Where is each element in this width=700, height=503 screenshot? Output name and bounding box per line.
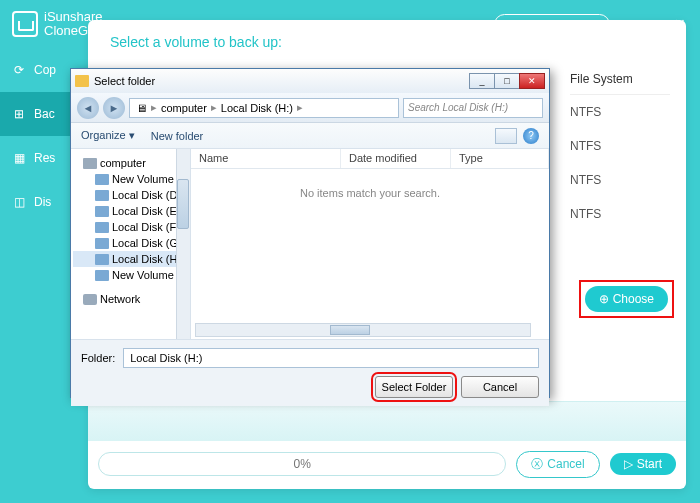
dialog-footer: Folder: Select Folder Cancel bbox=[71, 339, 549, 406]
dialog-minimize-button[interactable]: _ bbox=[469, 73, 495, 89]
start-button[interactable]: ▷ Start bbox=[610, 453, 676, 475]
col-filesystem: File System bbox=[570, 64, 670, 95]
dialog-titlebar[interactable]: Select folder _ □ ✕ bbox=[71, 69, 549, 93]
tree-computer[interactable]: computer bbox=[73, 155, 188, 171]
sidebar: ⟳ Cop ⊞ Bac ▦ Res ◫ Dis bbox=[0, 48, 72, 503]
x-circle-icon: ⓧ bbox=[531, 456, 543, 473]
help-icon[interactable]: ? bbox=[523, 128, 539, 144]
select-folder-dialog: Select folder _ □ ✕ ◄ ► 🖥 ▸ computer ▸ L… bbox=[70, 68, 550, 398]
drive-icon bbox=[95, 238, 109, 249]
play-icon: ▷ bbox=[624, 457, 633, 471]
dialog-toolbar: Organize ▾ New folder ? bbox=[71, 123, 549, 149]
col-name[interactable]: Name bbox=[191, 149, 341, 168]
view-options-button[interactable] bbox=[495, 128, 517, 144]
table-row[interactable]: NTFS bbox=[570, 197, 670, 231]
dialog-cancel-button[interactable]: Cancel bbox=[461, 376, 539, 398]
folder-label: Folder: bbox=[81, 352, 115, 364]
nav-forward-button[interactable]: ► bbox=[103, 97, 125, 119]
tree-drive[interactable]: Local Disk (G:) bbox=[73, 235, 188, 251]
table-row[interactable]: NTFS bbox=[570, 129, 670, 163]
tree-drive[interactable]: Local Disk (F:) bbox=[73, 219, 188, 235]
table-row[interactable]: NTFS bbox=[570, 95, 670, 129]
disk-icon: ◫ bbox=[10, 193, 28, 211]
tree-drive[interactable]: New Volume (C: bbox=[73, 171, 188, 187]
select-folder-button[interactable]: Select Folder bbox=[375, 376, 453, 398]
drive-icon bbox=[95, 190, 109, 201]
volume-table-fs-col: File System NTFS NTFS NTFS NTFS bbox=[570, 64, 670, 231]
progress-bar: 0% bbox=[98, 452, 506, 476]
new-folder-button[interactable]: New folder bbox=[151, 130, 204, 142]
tree-drive[interactable]: New Volume (I:) bbox=[73, 267, 188, 283]
dialog-close-button[interactable]: ✕ bbox=[519, 73, 545, 89]
drive-icon bbox=[95, 174, 109, 185]
sidebar-item-backup[interactable]: ⊞ Bac bbox=[0, 92, 72, 136]
horizontal-scrollbar[interactable] bbox=[195, 323, 531, 337]
bottom-bar: 0% ⓧ Cancel ▷ Start bbox=[98, 447, 676, 481]
choose-button[interactable]: ⊕ Choose bbox=[585, 286, 668, 312]
empty-message: No items match your search. bbox=[191, 169, 549, 217]
tree-drive-selected[interactable]: Local Disk (H:) bbox=[73, 251, 188, 267]
computer-icon: 🖥 bbox=[136, 102, 147, 114]
tree-drive[interactable]: Local Disk (D:) bbox=[73, 187, 188, 203]
backup-icon: ⊞ bbox=[10, 105, 28, 123]
decorative-clouds bbox=[88, 401, 686, 441]
cancel-button[interactable]: ⓧ Cancel bbox=[516, 451, 599, 478]
network-icon bbox=[83, 294, 97, 305]
folder-tree: computer New Volume (C: Local Disk (D:) … bbox=[71, 149, 191, 339]
dialog-maximize-button[interactable]: □ bbox=[494, 73, 520, 89]
drive-icon bbox=[95, 270, 109, 281]
dialog-navbar: ◄ ► 🖥 ▸ computer ▸ Local Disk (H:) ▸ Sea… bbox=[71, 93, 549, 123]
choose-highlight: ⊕ Choose bbox=[579, 280, 674, 318]
drive-icon bbox=[95, 254, 109, 265]
drive-icon bbox=[95, 206, 109, 217]
nav-back-button[interactable]: ◄ bbox=[77, 97, 99, 119]
table-row[interactable]: NTFS bbox=[570, 163, 670, 197]
folder-input[interactable] bbox=[123, 348, 539, 368]
col-date[interactable]: Date modified bbox=[341, 149, 451, 168]
sidebar-item-disk[interactable]: ◫ Dis bbox=[0, 180, 72, 224]
copy-icon: ⟳ bbox=[10, 61, 28, 79]
col-type[interactable]: Type bbox=[451, 149, 549, 168]
tree-network[interactable]: Network bbox=[73, 291, 188, 307]
organize-menu[interactable]: Organize ▾ bbox=[81, 129, 135, 142]
logo-icon bbox=[12, 11, 38, 37]
panel-title: Select a volume to back up: bbox=[88, 20, 686, 60]
search-input[interactable]: Search Local Disk (H:) bbox=[403, 98, 543, 118]
tree-drive[interactable]: Local Disk (E:) bbox=[73, 203, 188, 219]
restore-icon: ▦ bbox=[10, 149, 28, 167]
breadcrumb[interactable]: 🖥 ▸ computer ▸ Local Disk (H:) ▸ bbox=[129, 98, 399, 118]
drive-icon bbox=[95, 222, 109, 233]
folder-icon bbox=[75, 75, 89, 87]
sidebar-item-restore[interactable]: ▦ Res bbox=[0, 136, 72, 180]
tree-scrollbar[interactable] bbox=[176, 149, 190, 339]
file-list: Name Date modified Type No items match y… bbox=[191, 149, 549, 339]
computer-icon bbox=[83, 158, 97, 169]
sidebar-item-copy[interactable]: ⟳ Cop bbox=[0, 48, 72, 92]
plus-circle-icon: ⊕ bbox=[599, 292, 609, 306]
